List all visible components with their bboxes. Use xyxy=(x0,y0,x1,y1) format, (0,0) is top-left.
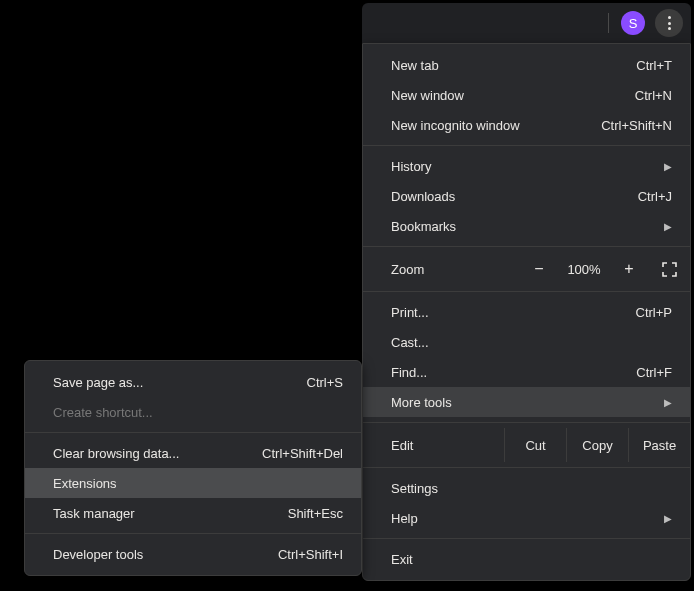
menu-label: Extensions xyxy=(53,476,117,491)
toolbar-separator xyxy=(608,13,609,33)
more-menu-button[interactable] xyxy=(655,9,683,37)
menu-label: Developer tools xyxy=(53,547,143,562)
menu-find[interactable]: Find... Ctrl+F xyxy=(363,357,690,387)
menu-separator xyxy=(25,432,361,433)
menu-label: Settings xyxy=(391,481,438,496)
chevron-right-icon: ▶ xyxy=(664,397,672,408)
chevron-right-icon: ▶ xyxy=(664,161,672,172)
paste-button[interactable]: Paste xyxy=(628,428,690,462)
menu-separator xyxy=(363,538,690,539)
submenu-task-manager[interactable]: Task manager Shift+Esc xyxy=(25,498,361,528)
menu-shortcut: Ctrl+Shift+Del xyxy=(262,446,343,461)
zoom-out-button[interactable]: − xyxy=(520,261,558,277)
menu-shortcut: Shift+Esc xyxy=(288,506,343,521)
menu-print[interactable]: Print... Ctrl+P xyxy=(363,297,690,327)
avatar-letter: S xyxy=(629,16,638,31)
menu-separator xyxy=(363,422,690,423)
menu-separator xyxy=(25,533,361,534)
menu-edit-row: Edit Cut Copy Paste xyxy=(363,428,690,462)
menu-separator xyxy=(363,246,690,247)
chevron-right-icon: ▶ xyxy=(664,221,672,232)
menu-label: Task manager xyxy=(53,506,135,521)
menu-shortcut: Ctrl+N xyxy=(635,88,672,103)
menu-label: History xyxy=(391,159,431,174)
menu-shortcut: Ctrl+Shift+N xyxy=(601,118,672,133)
submenu-create-shortcut: Create shortcut... xyxy=(25,397,361,427)
menu-exit[interactable]: Exit xyxy=(363,544,690,574)
fullscreen-icon xyxy=(662,262,677,277)
menu-label: Print... xyxy=(391,305,429,320)
menu-label: Exit xyxy=(391,552,413,567)
menu-new-tab[interactable]: New tab Ctrl+T xyxy=(363,50,690,80)
menu-label: New incognito window xyxy=(391,118,520,133)
menu-shortcut: Ctrl+J xyxy=(638,189,672,204)
menu-new-window[interactable]: New window Ctrl+N xyxy=(363,80,690,110)
menu-shortcut: Ctrl+S xyxy=(307,375,343,390)
menu-label: Find... xyxy=(391,365,427,380)
zoom-value: 100% xyxy=(558,262,610,277)
menu-shortcut: Ctrl+P xyxy=(636,305,672,320)
menu-settings[interactable]: Settings xyxy=(363,473,690,503)
menu-label: Help xyxy=(391,511,418,526)
zoom-in-button[interactable]: + xyxy=(610,261,648,277)
menu-new-incognito[interactable]: New incognito window Ctrl+Shift+N xyxy=(363,110,690,140)
menu-label: New window xyxy=(391,88,464,103)
menu-shortcut: Ctrl+T xyxy=(636,58,672,73)
submenu-developer-tools[interactable]: Developer tools Ctrl+Shift+I xyxy=(25,539,361,569)
menu-label: Clear browsing data... xyxy=(53,446,179,461)
menu-separator xyxy=(363,467,690,468)
cut-button[interactable]: Cut xyxy=(504,428,566,462)
menu-shortcut: Ctrl+F xyxy=(636,365,672,380)
menu-cast[interactable]: Cast... xyxy=(363,327,690,357)
menu-bookmarks[interactable]: Bookmarks ▶ xyxy=(363,211,690,241)
main-context-menu: New tab Ctrl+T New window Ctrl+N New inc… xyxy=(362,43,691,581)
menu-help[interactable]: Help ▶ xyxy=(363,503,690,533)
menu-label: Save page as... xyxy=(53,375,143,390)
copy-button[interactable]: Copy xyxy=(566,428,628,462)
profile-avatar[interactable]: S xyxy=(621,11,645,35)
menu-zoom-row: Zoom − 100% + xyxy=(363,252,690,286)
menu-label: New tab xyxy=(391,58,439,73)
submenu-clear-data[interactable]: Clear browsing data... Ctrl+Shift+Del xyxy=(25,438,361,468)
menu-downloads[interactable]: Downloads Ctrl+J xyxy=(363,181,690,211)
browser-toolbar: S xyxy=(362,3,691,43)
menu-label: More tools xyxy=(391,395,452,410)
edit-label: Edit xyxy=(363,438,504,453)
menu-separator xyxy=(363,291,690,292)
menu-separator xyxy=(363,145,690,146)
menu-label: Create shortcut... xyxy=(53,405,153,420)
fullscreen-button[interactable] xyxy=(648,262,690,277)
menu-label: Downloads xyxy=(391,189,455,204)
menu-history[interactable]: History ▶ xyxy=(363,151,690,181)
more-tools-submenu: Save page as... Ctrl+S Create shortcut..… xyxy=(24,360,362,576)
menu-label: Bookmarks xyxy=(391,219,456,234)
menu-more-tools[interactable]: More tools ▶ xyxy=(363,387,690,417)
chevron-right-icon: ▶ xyxy=(664,513,672,524)
submenu-extensions[interactable]: Extensions xyxy=(25,468,361,498)
menu-label: Cast... xyxy=(391,335,429,350)
submenu-save-page[interactable]: Save page as... Ctrl+S xyxy=(25,367,361,397)
zoom-label: Zoom xyxy=(391,262,520,277)
menu-shortcut: Ctrl+Shift+I xyxy=(278,547,343,562)
kebab-icon xyxy=(668,16,671,30)
